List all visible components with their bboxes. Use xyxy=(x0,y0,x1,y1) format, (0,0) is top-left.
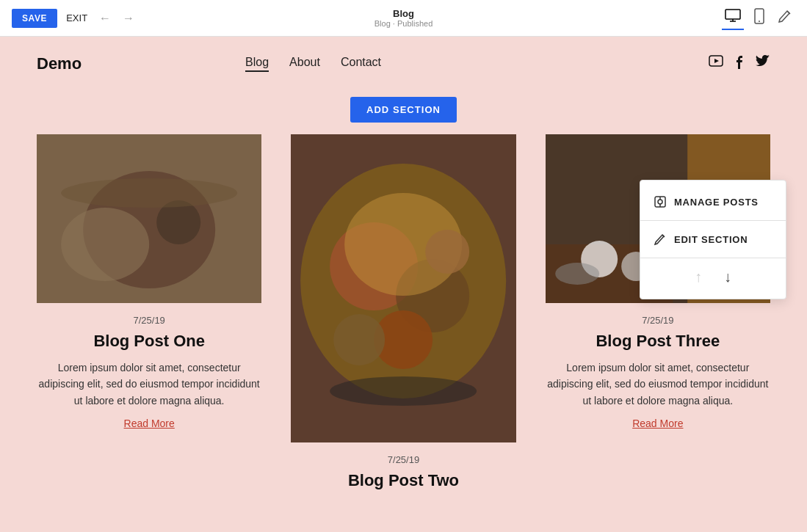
redo-button[interactable]: → xyxy=(120,10,137,26)
nav-link-blog[interactable]: Blog xyxy=(245,56,269,72)
facebook-icon[interactable] xyxy=(735,55,744,73)
mobile-icon xyxy=(754,8,764,24)
pencil-ruler-icon xyxy=(778,9,792,23)
blog-title-3: Blog Post Three xyxy=(596,332,720,351)
move-up-button[interactable]: ↑ xyxy=(695,269,702,285)
toolbar: SAVE EXIT ← → Blog Blog · Published xyxy=(0,0,807,37)
manage-posts-label: MANAGE POSTS xyxy=(674,197,759,208)
blog-excerpt-1: Lorem ipsum dolor sit amet, consectetur … xyxy=(37,360,261,409)
blog-date-1: 7/25/19 xyxy=(133,315,164,326)
blog-card-2: 7/25/19 Blog Post Two xyxy=(276,134,530,514)
site-nav-social xyxy=(709,55,770,73)
blog-title-2: Blog Post Two xyxy=(348,471,459,490)
context-menu-arrows: ↑ ↓ xyxy=(640,261,786,293)
svg-point-29 xyxy=(555,263,599,285)
svg-point-21 xyxy=(330,376,477,406)
svg-line-34 xyxy=(662,235,665,237)
toolbar-center: Blog Blog · Published xyxy=(374,8,433,28)
site-nav-links: Blog About Contact xyxy=(245,56,381,72)
edit-section-button[interactable]: EDIT SECTION xyxy=(640,224,786,255)
svg-rect-0 xyxy=(725,10,740,19)
blog-date-2: 7/25/19 xyxy=(388,454,419,465)
blog-card-1: 7/25/19 Blog Post One Lorem ipsum dolor … xyxy=(22,134,276,514)
context-menu: MANAGE POSTS EDIT SECTION ↑ ↓ xyxy=(640,180,786,299)
manage-posts-icon xyxy=(654,195,667,208)
site-logo: Demo xyxy=(37,54,82,73)
svg-point-10 xyxy=(61,208,149,281)
add-section-container: ADD SECTION xyxy=(0,97,807,123)
edit-section-icon xyxy=(654,233,667,246)
blog-title-1: Blog Post One xyxy=(93,332,205,351)
blog-excerpt-3: Lorem ipsum dolor sit amet, consectetur … xyxy=(546,360,770,409)
svg-point-4 xyxy=(759,21,760,22)
add-section-button[interactable]: ADD SECTION xyxy=(350,97,457,123)
desktop-icon xyxy=(725,9,741,22)
svg-point-31 xyxy=(658,200,662,204)
read-more-1[interactable]: Read More xyxy=(124,418,175,429)
context-menu-divider-1 xyxy=(640,220,786,221)
page-subtitle: Blog · Published xyxy=(374,19,433,28)
move-down-button[interactable]: ↓ xyxy=(724,269,731,285)
manage-posts-button[interactable]: MANAGE POSTS xyxy=(640,186,786,217)
desktop-view-button[interactable] xyxy=(722,6,744,30)
edit-section-label: EDIT SECTION xyxy=(674,234,748,245)
svg-point-12 xyxy=(61,178,237,208)
context-menu-divider-2 xyxy=(640,258,786,258)
exit-button[interactable]: EXIT xyxy=(66,12,87,23)
blog-date-3: 7/25/19 xyxy=(642,315,673,326)
nav-link-contact[interactable]: Contact xyxy=(341,56,381,72)
blog-image-1 xyxy=(37,134,261,303)
site-nav: Demo Blog About Contact xyxy=(0,37,807,91)
save-button[interactable]: SAVE xyxy=(12,9,57,28)
edit-mode-button[interactable] xyxy=(775,6,795,30)
svg-marker-7 xyxy=(714,59,719,63)
youtube-icon[interactable] xyxy=(709,55,723,73)
read-more-3[interactable]: Read More xyxy=(632,418,683,429)
blog-image-2 xyxy=(291,134,515,442)
toolbar-right xyxy=(722,5,795,31)
toolbar-arrows: ← → xyxy=(96,10,137,26)
site-area: Demo Blog About Contact ADD SECTION xyxy=(0,37,807,532)
svg-point-19 xyxy=(333,314,385,365)
twitter-icon[interactable] xyxy=(756,55,770,73)
undo-button[interactable]: ← xyxy=(96,10,114,26)
nav-link-about[interactable]: About xyxy=(289,56,320,72)
toolbar-left: SAVE EXIT ← → xyxy=(12,9,137,28)
page-title: Blog xyxy=(374,8,433,19)
svg-point-20 xyxy=(425,230,469,274)
mobile-view-button[interactable] xyxy=(751,5,767,31)
